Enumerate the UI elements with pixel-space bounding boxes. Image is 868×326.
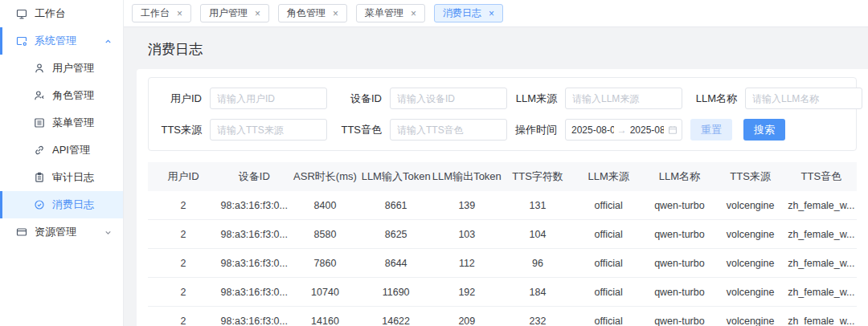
cell: 232 bbox=[502, 307, 573, 326]
consumption-log-icon bbox=[34, 199, 45, 210]
sidebar-item-menu-management[interactable]: 菜单管理 bbox=[0, 109, 123, 137]
cell: 104 bbox=[502, 220, 573, 249]
col-header-device-id: 设备ID bbox=[219, 162, 289, 191]
cell: zh_female_w... bbox=[786, 249, 857, 278]
cell: 98:a3:16:f3:0... bbox=[219, 249, 289, 278]
cell: 98:a3:16:f3:0... bbox=[219, 191, 289, 220]
close-icon[interactable]: × bbox=[333, 9, 338, 18]
date-range-picker[interactable]: 2025-08-0 → 2025-08 bbox=[565, 119, 682, 141]
cell: zh_female_w... bbox=[786, 278, 857, 307]
filter-actions: 重置 搜索 bbox=[687, 119, 862, 141]
cell: 14622 bbox=[361, 307, 432, 326]
cell: qwen-turbo bbox=[644, 278, 714, 307]
field-label: LLM来源 bbox=[507, 92, 557, 106]
cell: 11690 bbox=[361, 278, 432, 307]
cell: zh_female_w... bbox=[786, 191, 857, 220]
cell: 98:a3:16:f3:0... bbox=[219, 220, 289, 249]
table-row: 2 98:a3:16:f3:0... 10740 11690 192 184 o… bbox=[148, 278, 857, 307]
tab-label: 菜单管理 bbox=[365, 6, 403, 20]
chevron-up-icon[interactable] bbox=[104, 37, 113, 46]
field-label: 用户ID bbox=[152, 92, 202, 106]
field-label: TTS来源 bbox=[152, 123, 202, 137]
field-label: TTS音色 bbox=[332, 123, 382, 137]
search-button[interactable]: 搜索 bbox=[743, 119, 785, 141]
tab-workbench[interactable]: 工作台 × bbox=[132, 4, 191, 22]
link-icon bbox=[34, 145, 45, 156]
filter-llm-source: LLM来源 bbox=[507, 88, 687, 109]
sidebar-item-label: 资源管理 bbox=[35, 225, 76, 239]
cell: 7860 bbox=[289, 249, 360, 278]
llm-name-input[interactable] bbox=[745, 88, 862, 109]
cell: 209 bbox=[432, 307, 502, 326]
tts-source-input[interactable] bbox=[210, 119, 327, 141]
filter-tts-voice: TTS音色 bbox=[332, 119, 507, 141]
cell: 112 bbox=[432, 249, 502, 278]
cell: qwen-turbo bbox=[644, 191, 714, 220]
cell: official bbox=[573, 307, 644, 326]
sidebar-item-audit-log[interactable]: 审计日志 bbox=[0, 164, 123, 191]
cell: qwen-turbo bbox=[644, 220, 714, 249]
sidebar-item-label: 消费日志 bbox=[52, 198, 94, 212]
cell: official bbox=[573, 220, 644, 249]
cell: 8625 bbox=[361, 220, 432, 249]
cell: 2 bbox=[148, 191, 219, 220]
filter-tts-source: TTS来源 bbox=[152, 119, 332, 141]
sidebar-item-api-management[interactable]: API管理 bbox=[0, 137, 123, 164]
llm-source-input[interactable] bbox=[565, 88, 682, 109]
filter-user-id: 用户ID bbox=[152, 88, 332, 109]
close-icon[interactable]: × bbox=[255, 9, 260, 18]
chevron-down-icon[interactable] bbox=[104, 228, 113, 237]
sidebar-item-system-management[interactable]: 系统管理 bbox=[0, 27, 123, 55]
cell: 8400 bbox=[289, 191, 360, 220]
tab-consumption-log[interactable]: 消费日志 × bbox=[434, 4, 503, 22]
table-row: 2 98:a3:16:f3:0... 14160 14622 209 232 o… bbox=[148, 307, 857, 326]
tab-menu-management[interactable]: 菜单管理 × bbox=[356, 4, 425, 22]
clipboard-icon bbox=[34, 172, 45, 183]
cell: official bbox=[573, 278, 644, 307]
menu-list-icon bbox=[34, 117, 45, 128]
sidebar-item-workbench[interactable]: 工作台 bbox=[0, 0, 123, 27]
calendar-icon bbox=[668, 125, 678, 135]
main-content: 工作台 × 用户管理 × 角色管理 × 菜单管理 × 消费日志 × 消费日志 用… bbox=[124, 0, 868, 326]
tab-user-management[interactable]: 用户管理 × bbox=[200, 4, 269, 22]
sidebar-item-consumption-log[interactable]: 消费日志 bbox=[0, 191, 123, 218]
col-header-llm-output-token: LLM输出Token bbox=[432, 162, 502, 191]
cell: volcengine bbox=[715, 249, 786, 278]
cell: volcengine bbox=[715, 220, 786, 249]
tab-label: 工作台 bbox=[141, 6, 170, 20]
cell: official bbox=[573, 249, 644, 278]
sidebar-item-user-management[interactable]: 用户管理 bbox=[0, 55, 123, 82]
close-icon[interactable]: × bbox=[411, 9, 416, 18]
cell: volcengine bbox=[715, 191, 786, 220]
filter-llm-name: LLM名称 bbox=[687, 88, 862, 109]
field-label: 操作时间 bbox=[507, 123, 557, 137]
sidebar-item-role-management[interactable]: 角色管理 bbox=[0, 82, 123, 109]
col-header-tts-chars: TTS字符数 bbox=[502, 162, 573, 191]
device-id-input[interactable] bbox=[390, 88, 507, 109]
col-header-llm-input-token: LLM输入Token bbox=[361, 162, 432, 191]
sidebar-item-resource-management[interactable]: 资源管理 bbox=[0, 218, 123, 246]
cell: 98:a3:16:f3:0... bbox=[219, 307, 289, 326]
filter-device-id: 设备ID bbox=[332, 88, 507, 109]
filter-form: 用户ID 设备ID LLM来源 LLM名称 TTS来源 TTS音色 bbox=[148, 77, 857, 151]
sidebar-item-label: 工作台 bbox=[35, 6, 66, 21]
sidebar-item-label: 角色管理 bbox=[52, 88, 94, 103]
tab-role-management[interactable]: 角色管理 × bbox=[278, 4, 347, 22]
tab-bar: 工作台 × 用户管理 × 角色管理 × 菜单管理 × 消费日志 × bbox=[124, 0, 868, 27]
user-id-input[interactable] bbox=[210, 88, 327, 109]
reset-button[interactable]: 重置 bbox=[690, 119, 732, 141]
sidebar-item-label: API管理 bbox=[52, 143, 90, 157]
cell: 103 bbox=[432, 220, 502, 249]
tab-label: 角色管理 bbox=[287, 6, 326, 20]
close-icon[interactable]: × bbox=[177, 9, 182, 18]
cell: 8580 bbox=[289, 220, 360, 249]
close-icon[interactable]: × bbox=[489, 9, 494, 18]
col-header-asr-duration: ASR时长(ms) bbox=[289, 162, 360, 191]
sidebar: 工作台 系统管理 用户管理 角色管 bbox=[0, 0, 124, 326]
cell: 184 bbox=[502, 278, 573, 307]
cell: qwen-turbo bbox=[644, 249, 714, 278]
cell: 96 bbox=[502, 249, 573, 278]
col-header-llm-name: LLM名称 bbox=[644, 162, 714, 191]
cell: 131 bbox=[502, 191, 573, 220]
tts-voice-input[interactable] bbox=[390, 119, 507, 141]
